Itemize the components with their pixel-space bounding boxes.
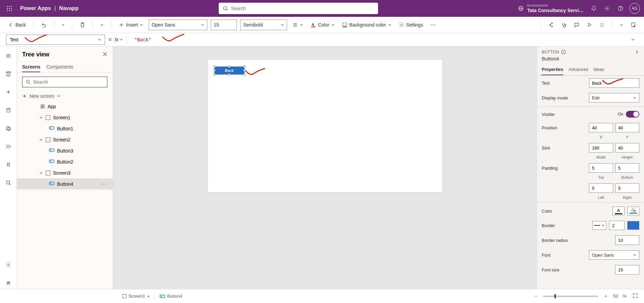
- property-selector[interactable]: Text: [6, 35, 105, 45]
- waffle-icon[interactable]: [4, 3, 15, 14]
- search-rail-icon[interactable]: [2, 177, 14, 189]
- settings-rail-icon[interactable]: [2, 259, 14, 271]
- data-rail-icon[interactable]: [2, 104, 14, 116]
- comments-button[interactable]: [572, 21, 581, 29]
- undo-button[interactable]: [39, 21, 48, 29]
- publish-dropdown[interactable]: [618, 22, 625, 28]
- border-width-input[interactable]: [609, 221, 625, 230]
- prop-padbottom-input[interactable]: [615, 163, 639, 173]
- prop-font-select[interactable]: Open Sans: [589, 250, 639, 260]
- zoom-in-button[interactable]: +: [603, 292, 608, 300]
- tree-search-input[interactable]: [33, 79, 104, 85]
- screen-node[interactable]: Screen1: [17, 112, 113, 123]
- insert-button[interactable]: Insert: [117, 21, 145, 29]
- border-radius-input[interactable]: [615, 235, 639, 245]
- prop-fontsize-input[interactable]: [615, 265, 639, 274]
- prop-width-input[interactable]: [589, 143, 613, 153]
- control-node[interactable]: Button3: [17, 145, 113, 156]
- slider-thumb[interactable]: [554, 294, 556, 298]
- formula-expand[interactable]: [628, 38, 638, 41]
- tab-screens[interactable]: Screens: [22, 62, 40, 72]
- zoom-slider[interactable]: [543, 296, 598, 297]
- product-name[interactable]: Power Apps: [20, 5, 51, 11]
- control-node[interactable]: Button2: [17, 156, 113, 167]
- tab-advanced[interactable]: Advanced: [569, 64, 588, 75]
- visible-toggle[interactable]: [626, 111, 639, 118]
- prop-height-input[interactable]: [615, 143, 639, 153]
- fit-to-window-button[interactable]: [631, 292, 639, 301]
- resize-handle[interactable]: [213, 66, 216, 68]
- control-node-selected[interactable]: Button4 ⋯: [17, 178, 113, 189]
- help-icon[interactable]: [614, 2, 627, 15]
- hamburger-icon[interactable]: [2, 50, 14, 62]
- text-color-picker[interactable]: A: [612, 207, 625, 215]
- close-icon[interactable]: [103, 52, 107, 58]
- settings-gear-icon[interactable]: [600, 2, 614, 15]
- tab-components[interactable]: Components: [46, 62, 73, 72]
- app-node[interactable]: App: [17, 101, 113, 112]
- fill-color-picker[interactable]: [627, 207, 639, 215]
- screen-node[interactable]: Screen3: [17, 167, 113, 178]
- notifications-icon[interactable]: [587, 2, 600, 15]
- control-node[interactable]: Button1: [17, 123, 113, 134]
- resize-handle[interactable]: [243, 73, 246, 76]
- new-screen-button[interactable]: New screen: [17, 91, 113, 101]
- publish-button[interactable]: [629, 21, 638, 29]
- prop-padright-input[interactable]: [615, 183, 639, 193]
- resize-handle[interactable]: [228, 66, 230, 68]
- global-search[interactable]: [219, 3, 378, 14]
- tab-ideas[interactable]: Ideas: [593, 64, 604, 75]
- more-options-icon[interactable]: ⋯: [101, 181, 106, 187]
- media-rail-icon[interactable]: [2, 122, 14, 134]
- formula-input[interactable]: "Back": [130, 37, 625, 42]
- save-button[interactable]: [597, 21, 607, 29]
- tree-search[interactable]: [22, 77, 107, 87]
- prop-y-input[interactable]: [615, 123, 639, 132]
- undo-dropdown[interactable]: [59, 22, 67, 28]
- info-icon[interactable]: [561, 50, 566, 54]
- prop-padleft-input[interactable]: [589, 183, 613, 193]
- fx-label[interactable]: fx: [115, 37, 123, 42]
- canvas-back-button[interactable]: Back: [214, 67, 245, 75]
- bg-color-button[interactable]: Background color: [340, 21, 393, 29]
- environment-picker[interactable]: Environment Tata Consultancy Servic...: [518, 3, 584, 13]
- power-automate-rail-icon[interactable]: [2, 140, 14, 153]
- app-name[interactable]: Navapp: [59, 5, 78, 11]
- zoom-out-button[interactable]: −: [533, 292, 539, 300]
- settings-button[interactable]: Settings: [397, 21, 425, 29]
- preview-button[interactable]: [585, 21, 594, 29]
- user-avatar[interactable]: AG: [629, 3, 640, 14]
- font-family-select[interactable]: Open Sans: [149, 19, 207, 30]
- paste-dropdown[interactable]: [98, 22, 106, 28]
- resize-handle[interactable]: [213, 73, 216, 76]
- virtual-agent-rail-icon[interactable]: [2, 277, 14, 289]
- resize-handle[interactable]: [228, 73, 230, 76]
- prop-text-input[interactable]: [589, 78, 639, 88]
- font-size-input[interactable]: [211, 19, 237, 30]
- checker-button[interactable]: [559, 21, 569, 29]
- insert-rail-icon[interactable]: [2, 86, 14, 98]
- prop-x-input[interactable]: [589, 123, 613, 132]
- canvas-screen[interactable]: Back: [208, 60, 442, 192]
- resize-handle[interactable]: [213, 69, 216, 72]
- tab-properties[interactable]: Properties: [542, 64, 563, 75]
- variables-rail-icon[interactable]: [2, 159, 14, 171]
- resize-handle[interactable]: [243, 66, 246, 68]
- border-style-select[interactable]: [592, 221, 606, 230]
- share-button[interactable]: [546, 21, 556, 29]
- resize-handle[interactable]: [243, 69, 246, 72]
- border-color-swatch[interactable]: [627, 221, 639, 230]
- search-input[interactable]: [231, 6, 374, 11]
- more-button[interactable]: [428, 21, 438, 29]
- back-button[interactable]: Back: [6, 21, 28, 29]
- chevron-right-icon[interactable]: [635, 50, 639, 54]
- prop-displaymode-select[interactable]: Edit: [589, 93, 639, 102]
- breadcrumb-screen[interactable]: Screen3: [122, 294, 150, 299]
- text-color-button[interactable]: A Color: [309, 21, 336, 29]
- font-weight-select[interactable]: Semibold: [240, 19, 287, 30]
- breadcrumb-control[interactable]: Button4: [160, 294, 182, 299]
- screen-node[interactable]: Screen2: [17, 134, 113, 145]
- paste-button[interactable]: [78, 21, 87, 29]
- tree-view-icon[interactable]: [2, 68, 14, 80]
- prop-padtop-input[interactable]: [589, 163, 613, 173]
